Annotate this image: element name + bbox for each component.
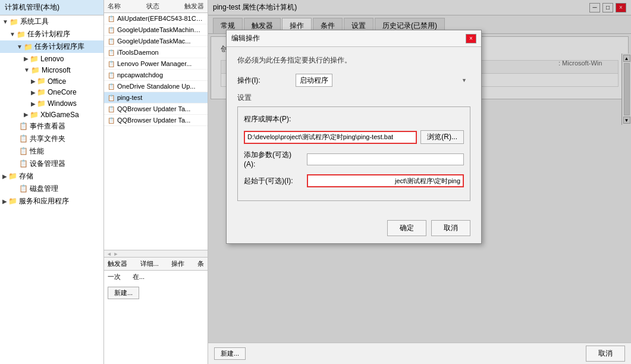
trigger-col-3: 操作 [171,259,184,268]
col-name-header: 名称 [108,2,121,11]
sidebar-tree: ▼📁系统工具▼📁任务计划程序▼📁任务计划程序库▶📁Lenovo▼📁Microso… [0,15,103,364]
props-bottom-bar: 新建... 取消 [208,343,631,364]
trigger-val: 一次 [108,272,121,281]
trigger-col-4: 条 [197,259,204,268]
task-item-ping-test[interactable]: 📋ping-test [104,92,208,103]
sidebar-item-xblgamesa[interactable]: ▶📁XblGameSa [0,109,103,120]
sidebar-item-storage[interactable]: ▶📁存储 [0,170,103,183]
args-row: 添加参数(可选)(A): [244,150,464,168]
sidebar-title: 计算机管理(本地) [0,0,103,15]
args-label: 添加参数(可选)(A): [244,150,297,168]
trigger-detail: 在... [133,272,145,281]
sidebar-item-onecore[interactable]: ▶📁OneCore [0,86,103,98]
trigger-row: 一次 在... [104,271,208,283]
horizontal-scrollbar[interactable]: ◄ ► [104,250,208,257]
props-cancel-button[interactable]: 取消 [586,346,625,362]
task-item-googlem[interactable]: 📋GoogleUpdateTaskMachineCore [104,24,208,36]
action-select-wrapper: 启动程序 [296,74,470,87]
middle-panel: 名称 状态 触发器 📋AliUpdater(EFB4C543-81CB-4346… [104,0,208,364]
start-label: 起始于(可选)(I): [244,176,297,186]
sidebar-item-task-scheduler[interactable]: ▼📁任务计划程序 [0,28,103,40]
dialog-titlebar: 编辑操作 × [227,30,481,47]
settings-box: 程序或脚本(P): 浏览(R)... 添加参数(可选)(A): 起始于(可选)(… [237,106,470,201]
sidebar-item-device-manager[interactable]: 📋设备管理器 [0,158,103,170]
start-input[interactable] [307,174,464,187]
right-area: ping-test 属性(本地计算机) ─ □ × 常规 触发器 操作 条件 设… [208,0,631,364]
sidebar-item-microsoft[interactable]: ▼📁Microsoft [0,64,103,76]
cancel-button[interactable]: 取消 [431,220,470,236]
task-item-lenovo-pm[interactable]: 📋Lenovo Power Manager... [104,58,208,70]
sidebar-item-services[interactable]: ▶📁服务和应用程序 [0,195,103,208]
program-input[interactable] [244,131,417,144]
task-item-aliu[interactable]: 📋AliUpdater(EFB4C543-81CB-4346-8D1F-31C5… [104,13,208,24]
action-select[interactable]: 启动程序 [296,74,332,87]
task-item-qqb2[interactable]: 📋QQBrowser Updater Ta... [104,115,208,126]
args-input[interactable] [307,153,464,165]
dialog-title: 编辑操作 [231,33,260,43]
task-item-googlet[interactable]: 📋GoogleUpdateTaskMac... [104,36,208,47]
sidebar-item-shared-folder[interactable]: 📋共享文件夹 [0,133,103,145]
sidebar-item-lenovo[interactable]: ▶📁Lenovo [0,53,103,64]
program-label: 程序或脚本(P): [244,114,297,124]
program-row: 程序或脚本(P): [244,114,464,124]
task-list: 📋AliUpdater(EFB4C543-81CB-4346-8D1F-31C5… [104,13,208,250]
sidebar-item-event-viewer[interactable]: 📋事件查看器 [0,120,103,133]
trigger-col-1: 触发器 [108,259,127,268]
task-item-qqb1[interactable]: 📋QQBrowser Updater Ta... [104,103,208,115]
sidebar-item-task-lib[interactable]: ▼📁任务计划程序库 [0,40,103,53]
edit-action-dialog: 编辑操作 × 你必须为此任务指定要执行的操作。 操作(I): 启动程序 设置 程… [226,30,482,244]
new-button[interactable]: 新建... [108,287,139,299]
sidebar: 计算机管理(本地) ▼📁系统工具▼📁任务计划程序▼📁任务计划程序库▶📁Lenov… [0,0,104,364]
sidebar-item-system-tools[interactable]: ▼📁系统工具 [0,15,103,28]
trigger-section: 触发器 详细... 操作 条 一次 在... 新建... [104,257,208,364]
program-input-row: 浏览(R)... [244,130,464,144]
dialog-overlay: 编辑操作 × 你必须为此任务指定要执行的操作。 操作(I): 启动程序 设置 程… [208,0,631,364]
task-item-npcap[interactable]: 📋npcapwatchdog [104,70,208,81]
action-label: 操作(I): [237,76,291,86]
sidebar-item-performance[interactable]: 📋性能 [0,145,103,158]
col-status-header: 状态 [146,2,159,11]
dialog-intro: 你必须为此任务指定要执行的操作。 [237,55,470,65]
task-item-onedrive[interactable]: 📋OneDrive Standalone Up... [104,81,208,92]
dialog-close-button[interactable]: × [466,34,476,43]
trigger-col-2: 详细... [140,259,159,268]
sidebar-item-windows[interactable]: ▶📁Windows [0,98,103,109]
trigger-header: 触发器 详细... 操作 条 [104,258,208,271]
middle-header: 名称 状态 触发器 [104,0,208,13]
dialog-content: 你必须为此任务指定要执行的操作。 操作(I): 启动程序 设置 程序或脚本(P)… [227,47,481,215]
col-trigger-header: 触发器 [184,2,204,11]
settings-section-label: 设置 [237,93,470,103]
task-item-itools[interactable]: 📋iToolsDaemon [104,47,208,58]
props-new-button[interactable]: 新建... [214,347,246,360]
start-row: 起始于(可选)(I): [244,174,464,187]
sidebar-item-office[interactable]: ▶📁Office [0,76,103,87]
ok-button[interactable]: 确定 [387,220,426,236]
action-row: 操作(I): 启动程序 [237,74,470,87]
browse-button[interactable]: 浏览(R)... [420,130,464,144]
sidebar-item-disk-mgmt[interactable]: 📋磁盘管理 [0,183,103,195]
dialog-footer: 确定 取消 [227,215,481,243]
